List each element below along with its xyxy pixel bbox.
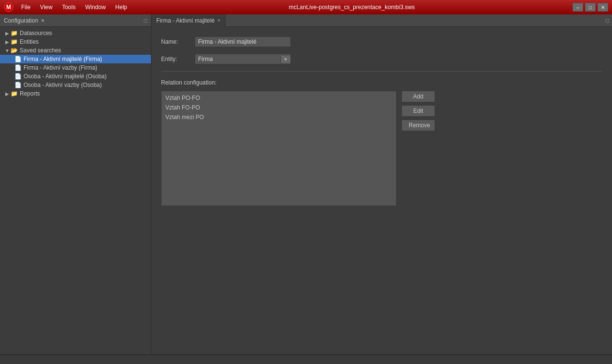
app-logo-icon: M bbox=[4, 2, 13, 12]
relation-config-section: Relation configuation: Vztah PO-FO Vztah… bbox=[161, 79, 602, 206]
configuration-tab-close-icon[interactable]: × bbox=[41, 17, 44, 24]
window-controls: – □ ✕ bbox=[573, 3, 608, 12]
section-divider bbox=[161, 71, 602, 72]
window-title: mcLanLive-postgres_cs_prezentace_kombi3.… bbox=[289, 4, 415, 11]
close-button[interactable]: ✕ bbox=[598, 3, 608, 12]
tree-item-firma-aktivni-majitele[interactable]: 📄 Firma - Aktivní majitelé (Firma) bbox=[0, 55, 151, 63]
configuration-tab-label[interactable]: Configuration bbox=[4, 17, 38, 24]
minimize-button[interactable]: – bbox=[573, 3, 583, 12]
title-bar: M File View Tools Window Help mcLanLive-… bbox=[0, 0, 612, 14]
name-input[interactable] bbox=[195, 36, 291, 47]
menu-help[interactable]: Help bbox=[112, 3, 131, 12]
relation-buttons: Add Edit Remove bbox=[401, 91, 435, 206]
entity-select-wrapper: Firma ▼ bbox=[195, 54, 291, 64]
left-panel: Configuration × □ ▶ 📁 Datasources ▶ 📁 En… bbox=[0, 14, 151, 354]
tree-area: ▶ 📁 Datasources ▶ 📁 Entities ▼ 📂 Saved s… bbox=[0, 27, 151, 354]
name-label: Name: bbox=[161, 38, 195, 45]
relation-area: Vztah PO-FO Vztah FO-PO Vztah mezi PO Ad… bbox=[161, 91, 602, 206]
right-panel: Firma - Aktivní majitelé × □ Name: Entit… bbox=[151, 14, 612, 354]
relation-config-title: Relation configuation: bbox=[161, 79, 602, 86]
tree-item-reports[interactable]: ▶ 📁 Reports bbox=[0, 89, 151, 98]
edit-relation-button[interactable]: Edit bbox=[401, 105, 435, 117]
expander-datasources-icon: ▶ bbox=[4, 31, 11, 36]
tab-bar: Firma - Aktivní majitelé × □ bbox=[151, 14, 612, 27]
tree-item-datasources[interactable]: ▶ 📁 Datasources bbox=[0, 29, 151, 37]
right-panel-maximize-icon[interactable]: □ bbox=[603, 17, 612, 24]
title-bar-left: M File View Tools Window Help bbox=[4, 2, 131, 12]
relation-item-po-fo[interactable]: Vztah PO-FO bbox=[162, 93, 396, 103]
tree-item-saved-searches[interactable]: ▼ 📂 Saved searches bbox=[0, 46, 151, 55]
folder-icon: 📁 bbox=[11, 90, 18, 97]
app-area: Configuration × □ ▶ 📁 Datasources ▶ 📁 En… bbox=[0, 14, 612, 354]
expander-entities-icon: ▶ bbox=[4, 39, 11, 45]
expander-saved-searches-icon: ▼ bbox=[4, 48, 11, 53]
menu-tools[interactable]: Tools bbox=[58, 3, 79, 12]
tab-label: Firma - Aktivní majitelé bbox=[156, 17, 214, 24]
expander-reports-icon: ▶ bbox=[4, 91, 11, 97]
saved-searches-label: Saved searches bbox=[20, 47, 61, 54]
tab-firma-aktivni-majitele[interactable]: Firma - Aktivní majitelé × bbox=[151, 14, 225, 27]
file-icon: 📄 bbox=[14, 82, 22, 88]
folder-icon: 📁 bbox=[11, 38, 18, 45]
tab-close-icon[interactable]: × bbox=[217, 18, 220, 23]
left-panel-tab: Configuration × □ bbox=[0, 14, 151, 27]
datasources-label: Datasources bbox=[20, 30, 52, 36]
entity-row: Entity: Firma ▼ bbox=[161, 54, 602, 64]
menu-file[interactable]: File bbox=[17, 3, 34, 12]
osoba-aktivni-vazby-label: Osoba - Aktivní vazby (Osoba) bbox=[24, 82, 102, 88]
restore-button[interactable]: □ bbox=[585, 3, 596, 12]
folder-icon: 📁 bbox=[11, 30, 18, 36]
file-icon: 📄 bbox=[14, 73, 22, 80]
firma-aktivni-majitele-label: Firma - Aktivní majitelé (Firma) bbox=[24, 56, 102, 62]
relation-item-mezi-po[interactable]: Vztah mezi PO bbox=[162, 112, 396, 122]
remove-relation-button[interactable]: Remove bbox=[401, 120, 435, 131]
left-panel-maximize-icon[interactable]: □ bbox=[144, 18, 147, 24]
folder-open-icon: 📂 bbox=[11, 47, 18, 54]
relation-list[interactable]: Vztah PO-FO Vztah FO-PO Vztah mezi PO bbox=[161, 91, 397, 206]
tree-item-entities[interactable]: ▶ 📁 Entities bbox=[0, 37, 151, 46]
content-area: Name: Entity: Firma ▼ Relation configuat… bbox=[151, 27, 612, 354]
menu-window[interactable]: Window bbox=[81, 3, 110, 12]
add-relation-button[interactable]: Add bbox=[401, 91, 435, 102]
file-icon: 📄 bbox=[14, 64, 22, 71]
entity-label: Entity: bbox=[161, 56, 195, 62]
entities-label: Entities bbox=[20, 38, 38, 45]
tree-item-osoba-aktivni-majitele[interactable]: 📄 Osoba - Aktivní majitelé (Osoba) bbox=[0, 72, 151, 81]
reports-label: Reports bbox=[20, 90, 40, 97]
select-arrow-icon[interactable]: ▼ bbox=[280, 56, 290, 63]
firma-aktivni-vazby-label: Firma - Aktivní vazby (Firma) bbox=[24, 64, 97, 71]
relation-item-fo-po[interactable]: Vztah FO-PO bbox=[162, 103, 396, 112]
name-row: Name: bbox=[161, 36, 602, 47]
osoba-aktivni-majitele-label: Osoba - Aktivní majitelé (Osoba) bbox=[24, 73, 107, 80]
tree-item-osoba-aktivni-vazby[interactable]: 📄 Osoba - Aktivní vazby (Osoba) bbox=[0, 81, 151, 89]
menu-bar: File View Tools Window Help bbox=[17, 3, 131, 12]
entity-select[interactable]: Firma bbox=[195, 54, 280, 64]
status-bar bbox=[0, 354, 612, 364]
file-icon: 📄 bbox=[14, 56, 22, 62]
tree-item-firma-aktivni-vazby[interactable]: 📄 Firma - Aktivní vazby (Firma) bbox=[0, 63, 151, 72]
menu-view[interactable]: View bbox=[36, 3, 56, 12]
svg-text:M: M bbox=[6, 4, 11, 11]
